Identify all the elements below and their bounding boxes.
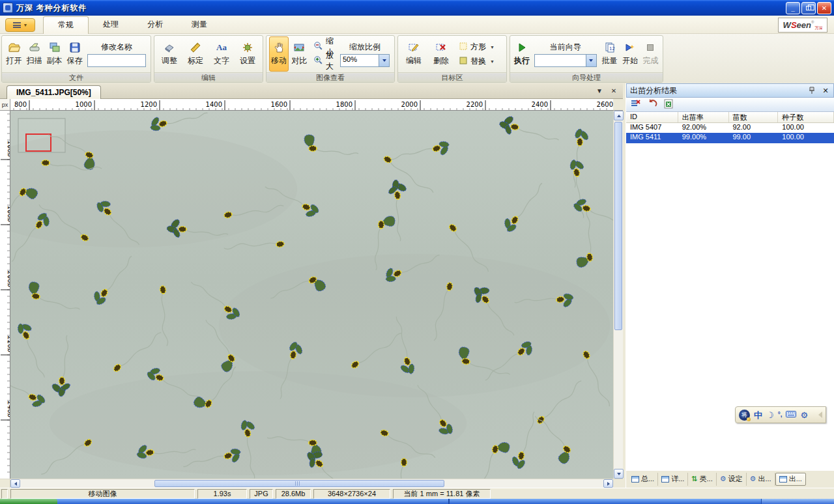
horizontal-scrollbar[interactable]: [0, 479, 623, 488]
adjust-button[interactable]: 调整: [157, 36, 182, 72]
image-canvas[interactable]: [10, 111, 613, 479]
contrast-button[interactable]: 对比: [290, 36, 309, 72]
current-wizard-select[interactable]: [534, 54, 597, 67]
column-header-2[interactable]: 苗数: [729, 112, 779, 122]
horizontal-scroll-thumb[interactable]: [154, 480, 444, 487]
pin-icon[interactable]: [807, 86, 816, 95]
results-bottom-tabs: 总...详...⇅类...⚙设定⚙出...出...: [626, 470, 834, 488]
restore-icon: [806, 6, 811, 10]
tab-analyze[interactable]: 分析: [133, 16, 177, 34]
finish-button[interactable]: 完成: [641, 36, 660, 72]
table-row[interactable]: IMG 540792.00%92.00100.00: [626, 123, 834, 133]
column-header-1[interactable]: 出苗率: [678, 112, 729, 122]
scrollbar-corner: [0, 479, 10, 488]
svg-text:12: 12: [609, 46, 615, 51]
tab-general[interactable]: 常规: [43, 16, 89, 34]
start-button[interactable]: 开始: [620, 36, 639, 72]
calibrate-button[interactable]: 标定: [183, 36, 208, 72]
chevron-down-icon[interactable]: [586, 55, 596, 66]
column-header-3[interactable]: 种子数: [778, 112, 834, 122]
panel-tab-1[interactable]: 详...: [658, 473, 688, 486]
undo-icon[interactable]: [648, 99, 657, 110]
scroll-left-icon[interactable]: [10, 479, 20, 488]
table-cell: 92.00%: [678, 123, 729, 133]
scan-button[interactable]: 扫描: [25, 36, 44, 72]
run-button[interactable]: 执行: [513, 36, 531, 72]
panel-tab-0[interactable]: 总...: [628, 473, 658, 486]
group-title-view: 图像查看: [266, 72, 394, 83]
minimize-button[interactable]: _: [786, 2, 800, 14]
panel-tab-3[interactable]: ⚙设定: [717, 473, 747, 486]
ime-fullwidth-moon-icon[interactable]: ☽: [766, 411, 774, 419]
batch-button[interactable]: 12 批量: [600, 36, 619, 72]
panel-tab-label: 出...: [789, 474, 802, 484]
target-delete-button[interactable]: 删除: [428, 36, 454, 72]
close-document-icon[interactable]: ✕: [609, 86, 619, 96]
open-button[interactable]: 打开: [5, 36, 23, 72]
ime-keyboard-icon[interactable]: [786, 410, 796, 419]
settings-button[interactable]: 设置: [235, 36, 260, 72]
close-button[interactable]: ✕: [817, 2, 831, 14]
horizontal-ruler-row: px 8001000120014001600180020002200240026…: [0, 99, 623, 111]
horizontal-scroll-track[interactable]: [20, 479, 603, 488]
status-dimensions: 3648×2736×24: [313, 489, 390, 499]
ime-language-bar[interactable]: 将 中 ☽ °, ⚙: [735, 406, 826, 423]
restore-button[interactable]: [801, 2, 816, 14]
rename-input[interactable]: [87, 54, 146, 67]
export-excel-icon[interactable]: [664, 99, 673, 111]
tab-measure[interactable]: 测量: [177, 16, 222, 34]
panel-tab-label: 类...: [700, 474, 713, 484]
results-table-header: ID出苗率苗数种子数: [626, 112, 834, 123]
vertical-scroll-track[interactable]: [614, 120, 623, 469]
taskbar-divider: [448, 499, 450, 504]
contrast-image-icon: [293, 42, 305, 53]
ruler-unit: px: [0, 99, 10, 111]
text-aa-icon: Aa: [216, 42, 227, 53]
delete-rows-icon[interactable]: [631, 99, 641, 110]
table-icon: [779, 476, 787, 483]
copy-button[interactable]: 副本: [45, 36, 64, 72]
ime-logo-icon[interactable]: 将: [739, 410, 750, 421]
ime-punctuation-icon[interactable]: °,: [778, 412, 783, 418]
ime-settings-gear-icon[interactable]: ⚙: [800, 411, 808, 419]
table-row[interactable]: IMG 541199.00%99.00100.00: [626, 133, 834, 143]
vertical-scrollbar[interactable]: [613, 111, 623, 479]
replace-button[interactable]: 替换 ▼: [457, 55, 497, 68]
panel-tab-5[interactable]: 出...: [775, 473, 806, 486]
zoom-ratio-select[interactable]: 50%: [340, 54, 390, 67]
results-panel: 出苗分析结果 ✕ ID出苗率苗数种子数 IMG 540792.00%92.001…: [626, 83, 834, 488]
document-tab[interactable]: IMG_5411.JPG[50%]: [7, 85, 101, 99]
scroll-down-icon[interactable]: [614, 469, 624, 479]
app-icon: [3, 3, 13, 13]
current-wizard-value: [535, 55, 586, 66]
chevron-down-icon[interactable]: [379, 55, 389, 66]
zoom-in-button[interactable]: 放大: [312, 55, 335, 68]
move-button[interactable]: 移动: [269, 36, 289, 72]
text-button[interactable]: Aa 文字: [209, 36, 234, 72]
chevron-down-icon[interactable]: ▼: [489, 45, 496, 49]
status-mode: 移动图像: [10, 489, 195, 499]
close-panel-icon[interactable]: ✕: [821, 86, 830, 95]
hand-icon: [273, 42, 285, 53]
ime-collapse-icon[interactable]: [818, 412, 822, 418]
horizontal-ruler: 800100012001400160018002000220024002600: [10, 99, 613, 111]
target-edit-button[interactable]: 编辑: [401, 36, 427, 72]
application-menu-button[interactable]: ▼: [5, 18, 35, 32]
scroll-up-icon[interactable]: [614, 111, 624, 120]
panel-tab-2[interactable]: ⇅类...: [688, 473, 716, 486]
ime-chinese-mode-icon[interactable]: 中: [754, 411, 762, 419]
status-scale: 当前 1 mm = 11.81 像素: [393, 489, 491, 499]
save-button[interactable]: 保存: [65, 36, 84, 72]
vertical-scroll-thumb[interactable]: [614, 122, 622, 330]
chevron-down-icon[interactable]: ▼: [489, 59, 496, 64]
scroll-right-icon[interactable]: [603, 479, 613, 488]
tab-process[interactable]: 处理: [89, 16, 133, 34]
shape-square-button[interactable]: 方形 ▼: [457, 40, 497, 53]
ribbon-tab-row: ▼ 常规 处理 分析 测量 WSeen®万深: [0, 16, 834, 34]
column-header-0[interactable]: ID: [626, 112, 678, 122]
start-button-sliver[interactable]: [0, 499, 57, 504]
tab-list-dropdown-icon[interactable]: ▼: [594, 86, 605, 96]
panel-tab-4[interactable]: ⚙出...: [747, 473, 775, 486]
edit-region-icon: [408, 42, 420, 53]
filled-square-icon: [459, 56, 468, 67]
